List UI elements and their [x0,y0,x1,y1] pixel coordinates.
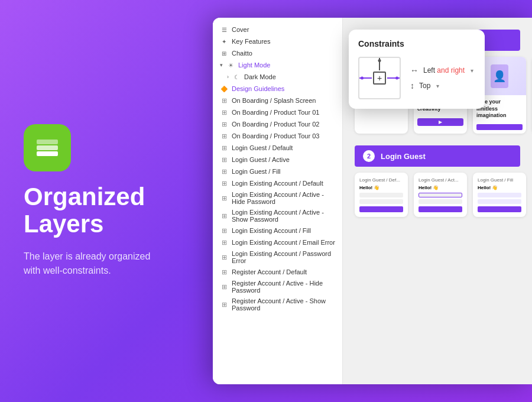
constraints-diagram: + [358,57,401,99]
grid-icon: ⊞ [220,96,228,105]
password-field [419,199,462,204]
constraint-left-right[interactable]: ↔ Left and right ▾ [410,66,473,75]
layer-light-mode[interactable]: ▾ ☀ Light Mode [213,59,342,71]
grid-icon: ⊞ [220,283,228,291]
section2-header: 2 Login Guest [355,145,520,167]
login-card-fill: Login Guest / Fill Hello! 👋 [473,173,526,217]
layer-chaitto[interactable]: ⊞ Chaitto [213,47,342,59]
login-button[interactable] [419,206,462,212]
login-hello: Hello! 👋 [478,185,521,190]
section2-number: 2 [363,150,375,162]
layer-register-active-show[interactable]: ⊞ Register Account / Active - Show Passw… [213,296,342,313]
chevron-right-icon: › [227,74,229,80]
layer-login-existing-default[interactable]: ⊞ Login Existing Account / Default [213,177,342,189]
svg-rect-0 [37,151,58,156]
login-card-subtitle: Login Guest / Fill [478,177,521,183]
sun-icon: 🔶 [220,85,228,93]
layer-label: Register Account / Default [232,268,307,275]
layer-login-existing-email-error[interactable]: ⊞ Login Existing Account / Email Error [213,236,342,248]
constraints-popup: Constraints + ↔ Left and right ▾ [349,30,485,109]
sparkle-icon: ✦ [220,37,228,46]
grid-icon: ⊞ [220,238,228,247]
grid-icon: ⊞ [220,144,228,152]
layer-cover[interactable]: ☰ Cover [213,24,342,35]
layer-label: Register Account / Active - Show Passwor… [232,297,335,312]
layer-login-existing-password-error[interactable]: ⊞ Login Existing Account / Password Erro… [213,248,342,266]
login-button[interactable] [359,206,403,212]
layer-label: Key Features [232,38,270,45]
email-field [359,193,403,197]
constraint-label-top: Top [419,82,430,90]
layer-label: Login Existing Account / Active - Hide P… [232,191,335,205]
headline: Organized Layers [24,183,189,238]
layer-product-tour-02[interactable]: ⊞ On Boarding / Product Tour 02 [213,118,342,130]
login-guest-section: 2 Login Guest Login Guest / Def... Hello… [355,145,520,217]
login-card-subtitle: Login Guest / Act... [419,177,462,183]
login-card-default: Login Guest / Def... Hello! 👋 [355,173,408,217]
layer-label: Register Account / Active - Hide Passwor… [232,280,335,294]
layer-register-default[interactable]: ⊞ Register Account / Default [213,266,342,278]
card-btn: ▶ [417,118,463,126]
layer-login-existing-active-show[interactable]: ⊞ Login Existing Account / Active - Show… [213,207,342,225]
layer-key-features[interactable]: ✦ Key Features [213,35,342,47]
left-section: Organized Layers The layer is already or… [24,0,189,402]
email-field [478,193,521,197]
grid-icon: ⊞ [220,226,228,235]
grid-icon: ⊞ [220,300,228,309]
layer-login-guest-fill[interactable]: ⊞ Login Guest / Fill [213,166,342,177]
layer-label: Design Guidelines [232,85,284,92]
layer-label: Login Guest / Active [232,156,290,163]
layer-login-guest-default[interactable]: ⊞ Login Guest / Default [213,142,342,154]
diagram-line-horizontal-left [359,77,372,79]
layer-login-existing-active-hide[interactable]: ⊞ Login Existing Account / Active - Hide… [213,189,342,207]
svg-rect-1 [37,145,58,150]
chevron-down-icon: ▾ [436,83,439,89]
card-btn [476,124,523,130]
diagram-center-box: + [373,72,386,85]
section2-label: Login Guest [381,152,426,161]
layer-login-existing-fill[interactable]: ⊞ Login Existing Account / Fill [213,225,342,236]
diagram-line-horizontal-right [387,77,400,79]
moon-icon: ☾ [232,73,241,81]
layer-label: Login Guest / Fill [232,168,281,175]
layer-login-guest-active[interactable]: ⊞ Login Guest / Active [213,154,342,166]
constraints-title: Constraints [358,39,475,48]
grid-icon: ⊞ [220,179,228,187]
card-visual: 👤 [491,64,508,88]
horizontal-arrows-icon: ↔ [410,66,419,75]
diagram-line-vertical-top [379,58,380,70]
login-button[interactable] [478,206,521,212]
password-field [478,199,521,204]
grid-icon: ⊞ [220,268,228,276]
layer-label: Cover [232,26,249,33]
app-icon [24,124,71,171]
constraints-body: + ↔ Left and right ▾ ↕ Top ▾ [358,57,475,99]
sun-icon: ☀ [226,61,235,69]
layer-label: On Boarding / Product Tour 03 [232,132,319,140]
email-field [419,193,462,197]
grid-icon: ⊞ [220,212,228,220]
login-hello: Hello! 👋 [419,185,462,190]
layer-label: Login Existing Account / Active - Show P… [232,209,335,223]
grid-icon: ⊞ [220,253,228,261]
login-hello: Hello! 👋 [359,185,403,190]
layer-label: Chaitto [232,50,252,57]
grid-icon: ⊞ [220,132,228,140]
layer-register-active-hide[interactable]: ⊞ Register Account / Active - Hide Passw… [213,278,342,296]
password-field [359,199,403,204]
grid-icon: ⊞ [220,120,228,128]
layer-label: Login Guest / Default [232,144,293,151]
component-icon: ⊞ [220,49,228,57]
layer-label: On Boarding / Product Tour 02 [232,121,319,128]
constraint-top[interactable]: ↕ Top ▾ [410,81,473,90]
layer-onboarding-splash[interactable]: ⊞ On Boarding / Splash Screen [213,95,342,106]
vertical-arrow-icon: ↕ [410,81,414,90]
page-icon: ☰ [220,25,228,34]
layer-product-tour-03[interactable]: ⊞ On Boarding / Product Tour 03 [213,130,342,142]
layer-label: Login Existing Account / Email Error [232,239,335,246]
layer-product-tour-01[interactable]: ⊞ On Boarding / Product Tour 01 [213,106,342,118]
login-card-subtitle: Login Guest / Def... [359,177,403,183]
constraints-options: ↔ Left and right ▾ ↕ Top ▾ [410,66,473,90]
layer-design-guidelines[interactable]: 🔶 Design Guidelines [213,83,342,95]
layer-dark-mode[interactable]: › ☾ Dark Mode [213,71,342,83]
